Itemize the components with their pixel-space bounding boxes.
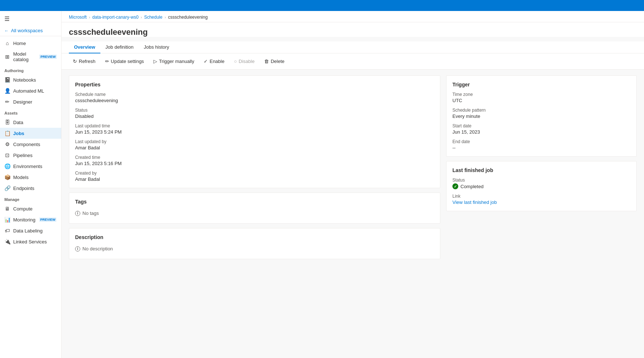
hamburger-menu[interactable]: ☰ [0,12,61,25]
sidebar-item-jobs[interactable]: 📋 Jobs [0,128,61,139]
automated-ml-icon: 👤 [4,88,10,94]
tab-jobs-history[interactable]: Jobs history [138,41,174,53]
end-date-group: End date -- [452,139,630,150]
assets-section-label: Assets [0,107,61,117]
manage-section-label: Manage [0,194,61,203]
components-icon: ⚙ [4,141,10,147]
breadcrumb-schedule[interactable]: Schedule [144,15,162,20]
jobs-icon: 📋 [4,130,10,136]
last-updated-by-group: Last updated by Amar Badal [75,139,434,150]
description-card: Description i No description [69,228,440,259]
linked-services-icon: 🔌 [4,239,10,245]
top-bar [0,0,644,11]
sidebar-item-data-labeling[interactable]: 🏷 Data Labeling [0,225,61,236]
edit-icon: ✏ [105,59,109,64]
sidebar-item-pipelines[interactable]: ⊡ Pipelines [0,150,61,161]
sidebar-item-notebooks[interactable]: 📓 Notebooks [0,74,61,85]
view-last-finished-job-link[interactable]: View last finished job [452,199,497,205]
sidebar-item-models[interactable]: 📦 Models [0,172,61,183]
sidebar: ☰ ← All workspaces ⌂ Home ⊞ Model catalo… [0,11,62,358]
monitoring-icon: 📊 [4,217,10,223]
properties-title: Properties [75,82,434,87]
sidebar-item-components[interactable]: ⚙ Components [0,139,61,150]
start-date-value: Jun 15, 2023 [452,129,630,135]
tab-overview[interactable]: Overview [69,41,100,53]
last-finished-job-title: Last finished job [452,167,630,173]
completed-check-icon [452,183,458,189]
sidebar-item-designer[interactable]: ✏ Designer [0,96,61,107]
compute-icon: 🖥 [4,206,10,212]
tabs-container: Overview Job definition Jobs history [62,41,644,53]
toolbar: ↻ Refresh ✏ Update settings ▷ Trigger ma… [62,53,644,70]
monitoring-preview-badge: PREVIEW [39,217,57,222]
trigger-manually-button[interactable]: ▷ Trigger manually [149,56,198,66]
sidebar-item-compute[interactable]: 🖥 Compute [0,203,61,214]
description-title: Description [75,234,434,240]
breadcrumb-microsoft[interactable]: Microsoft [69,15,87,20]
trigger-card: Trigger Time zone UTC Schedule pattern E… [446,75,637,157]
breadcrumb-workspace[interactable]: data-import-canary-ws0 [92,15,138,20]
created-time-label: Created time [75,155,434,160]
tags-card: Tags i No tags [69,193,440,224]
sidebar-item-monitoring[interactable]: 📊 Monitoring PREVIEW [0,214,61,225]
all-workspaces-link[interactable]: ← All workspaces [0,25,61,36]
schedule-name-group: Schedule name cssscheduleevening [75,92,434,103]
sidebar-item-endpoints[interactable]: 🔗 Endpoints [0,183,61,194]
schedule-pattern-group: Schedule pattern Every minute [452,108,630,119]
tags-info-icon: i [75,211,80,216]
update-settings-button[interactable]: ✏ Update settings [101,56,148,66]
app-body: ☰ ← All workspaces ⌂ Home ⊞ Model catalo… [0,11,644,358]
data-icon: 🗄 [4,119,10,125]
back-arrow-icon: ← [4,28,9,33]
created-time-value: Jun 15, 2023 5:16 PM [75,161,434,166]
last-updated-by-value: Amar Badal [75,145,434,150]
created-by-group: Created by Amar Badal [75,171,434,182]
sidebar-item-model-catalog[interactable]: ⊞ Model catalog PREVIEW [0,49,61,65]
models-icon: 📦 [4,174,10,180]
last-updated-time-group: Last updated time Jun 15, 2023 5:24 PM [75,123,434,135]
created-by-value: Amar Badal [75,176,434,182]
refresh-icon: ↻ [73,59,77,64]
created-by-label: Created by [75,171,434,176]
last-job-status-value: Completed [452,183,630,189]
disable-button[interactable]: ○ Disable [230,56,259,66]
data-labeling-icon: 🏷 [4,228,10,234]
sidebar-item-linked-services[interactable]: 🔌 Linked Services [0,236,61,247]
refresh-button[interactable]: ↻ Refresh [69,56,100,66]
last-updated-time-value: Jun 15, 2023 5:24 PM [75,129,434,135]
right-column: Trigger Time zone UTC Schedule pattern E… [446,75,637,259]
properties-card: Properties Schedule name cssscheduleeven… [69,75,440,188]
last-job-link-group: Link View last finished job [452,194,630,205]
status-label: Status [75,108,434,113]
end-date-label: End date [452,139,630,144]
description-empty-text: No description [82,246,113,251]
last-updated-time-label: Last updated time [75,123,434,128]
designer-icon: ✏ [4,99,10,105]
model-catalog-icon: ⊞ [4,54,10,60]
endpoints-icon: 🔗 [4,185,10,191]
completed-text: Completed [460,184,484,189]
disable-icon: ○ [234,59,237,64]
created-time-group: Created time Jun 15, 2023 5:16 PM [75,155,434,166]
enable-button[interactable]: ✓ Enable [200,56,228,66]
schedule-pattern-value: Every minute [452,113,630,119]
left-column: Properties Schedule name cssscheduleeven… [69,75,440,259]
tab-job-definition[interactable]: Job definition [100,41,139,53]
schedule-name-value: cssscheduleevening [75,98,434,103]
tags-empty: i No tags [75,209,434,217]
delete-button[interactable]: 🗑 Delete [260,56,289,66]
sidebar-item-data[interactable]: 🗄 Data [0,117,61,128]
sidebar-item-home[interactable]: ⌂ Home [0,38,61,49]
status-group: Status Disabled [75,108,434,119]
play-icon: ▷ [153,59,157,64]
timezone-group: Time zone UTC [452,92,630,103]
breadcrumb-sep-3: › [164,15,166,19]
last-job-status-label: Status [452,178,630,183]
content-area: Properties Schedule name cssscheduleeven… [62,70,644,265]
sidebar-item-environments[interactable]: 🌐 Environments [0,161,61,172]
schedule-pattern-label: Schedule pattern [452,108,630,113]
page-title: cssscheduleevening [69,27,637,37]
sidebar-item-automated-ml[interactable]: 👤 Automated ML [0,85,61,96]
breadcrumb: Microsoft › data-import-canary-ws0 › Sch… [62,11,644,22]
description-empty: i No description [75,245,434,253]
